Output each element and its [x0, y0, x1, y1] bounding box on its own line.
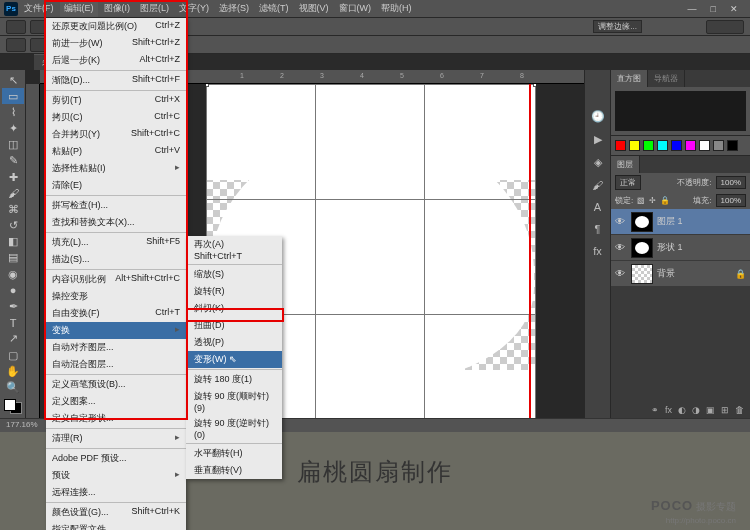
menu-item[interactable]: 拼写检查(H)...	[46, 197, 186, 214]
swatch[interactable]	[629, 140, 640, 151]
menu-item[interactable]: 内容识别比例Alt+Shift+Ctrl+C	[46, 271, 186, 288]
menu-file[interactable]: 文件(F)	[20, 0, 58, 17]
history-panel-icon[interactable]: 🕘	[591, 110, 605, 123]
char-panel-icon[interactable]: A	[594, 201, 601, 213]
close-icon[interactable]: ✕	[726, 2, 742, 16]
menu-item[interactable]: 填充(L)...Shift+F5	[46, 234, 186, 251]
type-tool-icon[interactable]: T	[2, 315, 24, 331]
menu-item[interactable]: 清理(R) ▸	[46, 430, 186, 447]
menu-window[interactable]: 窗口(W)	[335, 0, 376, 17]
blur-tool-icon[interactable]: ◉	[2, 266, 24, 282]
new-layer-icon[interactable]: ⊞	[721, 405, 729, 415]
tool-preset-picker[interactable]	[6, 20, 26, 34]
menu-edit[interactable]: 编辑(E)	[60, 0, 98, 17]
lock-all-icon[interactable]: 🔒	[660, 196, 670, 205]
menu-item[interactable]: 选择性粘贴(I) ▸	[46, 160, 186, 177]
swatch[interactable]	[713, 140, 724, 151]
lasso-tool-icon[interactable]: ⌇	[2, 104, 24, 120]
eyedropper-tool-icon[interactable]: ✎	[2, 153, 24, 169]
crop-tool-icon[interactable]: ◫	[2, 137, 24, 153]
actions-panel-icon[interactable]: ▶	[594, 133, 602, 146]
menu-type[interactable]: 文字(Y)	[175, 0, 213, 17]
submenu-item[interactable]: 缩放(S)	[186, 266, 282, 283]
swatch[interactable]	[685, 140, 696, 151]
menu-select[interactable]: 选择(S)	[215, 0, 253, 17]
transform-submenu[interactable]: 再次(A) Shift+Ctrl+T缩放(S)旋转(R)斜切(K)扭曲(D)透视…	[186, 236, 282, 479]
swatch[interactable]	[699, 140, 710, 151]
menu-item[interactable]: 拷贝(C)Ctrl+C	[46, 109, 186, 126]
layer-thumb[interactable]	[631, 264, 653, 284]
menu-item[interactable]: 颜色设置(G)...Shift+Ctrl+K	[46, 504, 186, 521]
layer-thumb[interactable]	[631, 212, 653, 232]
navigator-tab[interactable]: 导航器	[648, 70, 685, 87]
menu-item[interactable]: 合并拷贝(Y)Shift+Ctrl+C	[46, 126, 186, 143]
menu-item[interactable]: 自动混合图层...	[46, 356, 186, 373]
menu-item[interactable]: 操控变形	[46, 288, 186, 305]
swatch[interactable]	[643, 140, 654, 151]
submenu-item[interactable]: 旋转 180 度(1)	[186, 371, 282, 388]
histogram-tab[interactable]: 直方图	[611, 70, 648, 87]
swatch[interactable]	[671, 140, 682, 151]
menu-item[interactable]: 查找和替换文本(X)...	[46, 214, 186, 231]
history-brush-icon[interactable]: ↺	[2, 218, 24, 234]
menu-view[interactable]: 视图(V)	[295, 0, 333, 17]
fill-input[interactable]: 100%	[716, 194, 746, 207]
swatch[interactable]	[615, 140, 626, 151]
lock-pixels-icon[interactable]: ▧	[637, 196, 645, 205]
group-icon[interactable]: ▣	[706, 405, 715, 415]
marquee-tool-icon[interactable]: ▭	[2, 88, 24, 104]
layer-thumb[interactable]	[631, 238, 653, 258]
submenu-item[interactable]: 扭曲(D)	[186, 317, 282, 334]
submenu-item[interactable]: 再次(A) Shift+Ctrl+T	[186, 236, 282, 263]
visibility-icon[interactable]: 👁	[615, 268, 627, 279]
zoom-tool-icon[interactable]: 🔍	[2, 379, 24, 395]
menu-item[interactable]: 指定配置文件...	[46, 521, 186, 530]
blend-mode-select[interactable]: 正常	[615, 175, 641, 190]
path-tool-icon[interactable]: ↗	[2, 331, 24, 347]
submenu-item[interactable]: 透视(P)	[186, 334, 282, 351]
stamp-tool-icon[interactable]: ⌘	[2, 201, 24, 217]
trash-icon[interactable]: 🗑	[735, 405, 744, 415]
menu-item[interactable]: 描边(S)...	[46, 251, 186, 268]
layer-row[interactable]: 👁背景🔒	[611, 261, 750, 287]
wand-tool-icon[interactable]: ✦	[2, 121, 24, 137]
menu-item[interactable]: Adobe PDF 预设...	[46, 450, 186, 467]
hand-tool-icon[interactable]: ✋	[2, 363, 24, 379]
menu-item[interactable]: 渐隐(D)...Shift+Ctrl+F	[46, 72, 186, 89]
layer-row[interactable]: 👁形状 1	[611, 235, 750, 261]
lock-position-icon[interactable]: ✢	[649, 196, 656, 205]
adjustment-icon[interactable]: ◑	[692, 405, 700, 415]
submenu-item[interactable]: 斜切(K)	[186, 300, 282, 317]
menu-layer[interactable]: 图层(L)	[136, 0, 173, 17]
workspace-switcher[interactable]	[706, 20, 744, 34]
opacity-input[interactable]: 100%	[716, 176, 746, 189]
menu-item[interactable]: 清除(E)	[46, 177, 186, 194]
submenu-item[interactable]: 旋转(R)	[186, 283, 282, 300]
menu-item[interactable]: 自由变换(F)Ctrl+T	[46, 305, 186, 322]
fx-icon[interactable]: fx	[665, 405, 672, 415]
para-panel-icon[interactable]: ¶	[595, 223, 601, 235]
menu-item[interactable]: 前进一步(W)Shift+Ctrl+Z	[46, 35, 186, 52]
visibility-icon[interactable]: 👁	[615, 216, 627, 227]
menu-item[interactable]: 定义画笔预设(B)...	[46, 376, 186, 393]
minimize-icon[interactable]: —	[684, 2, 701, 16]
dodge-tool-icon[interactable]: ●	[2, 282, 24, 298]
gradient-tool-icon[interactable]: ▤	[2, 250, 24, 266]
menu-item[interactable]: 后退一步(K)Alt+Ctrl+Z	[46, 52, 186, 69]
swatch[interactable]	[727, 140, 738, 151]
swatch[interactable]	[657, 140, 668, 151]
menu-item[interactable]: 定义自定形状...	[46, 410, 186, 427]
menu-item[interactable]: 预设 ▸	[46, 467, 186, 484]
menu-item[interactable]: 剪切(T)Ctrl+X	[46, 92, 186, 109]
submenu-item[interactable]: 水平翻转(H)	[186, 445, 282, 462]
styles-panel-icon[interactable]: fx	[593, 245, 602, 257]
menu-image[interactable]: 图像(I)	[100, 0, 135, 17]
submenu-item[interactable]: 旋转 90 度(逆时针)(0)	[186, 415, 282, 442]
maximize-icon[interactable]: □	[707, 2, 720, 16]
heal-tool-icon[interactable]: ✚	[2, 169, 24, 185]
screen-mode-icon[interactable]	[6, 38, 26, 52]
menu-item[interactable]: 还原更改问题比例(O)Ctrl+Z	[46, 18, 186, 35]
properties-panel-icon[interactable]: ◈	[594, 156, 602, 169]
menu-item[interactable]: 定义图案...	[46, 393, 186, 410]
menu-item[interactable]: 远程连接...	[46, 484, 186, 501]
